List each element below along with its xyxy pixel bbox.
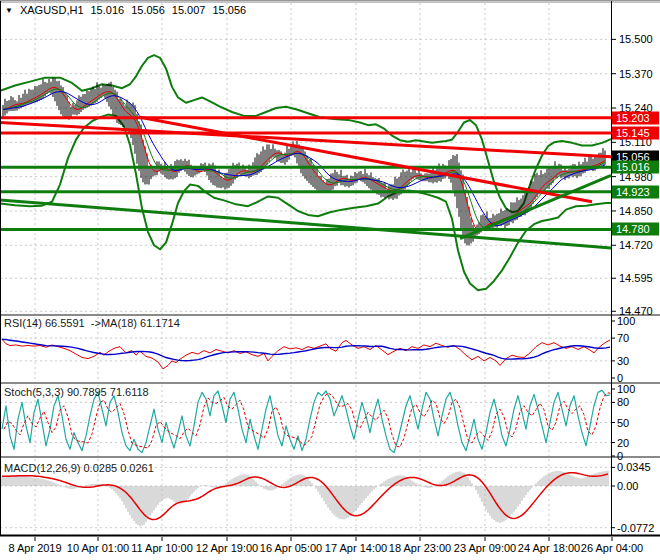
main-chart-panel[interactable]: [0, 1, 612, 315]
macd-panel[interactable]: [0, 458, 612, 534]
price-axis[interactable]: [612, 1, 660, 535]
stoch-panel[interactable]: [0, 384, 612, 457]
time-axis[interactable]: [0, 536, 660, 560]
rsi-panel[interactable]: [0, 316, 612, 383]
chart-window: ▼ XAGUSD,H1 15.016 15.056 15.007 15.056 …: [0, 1, 660, 560]
